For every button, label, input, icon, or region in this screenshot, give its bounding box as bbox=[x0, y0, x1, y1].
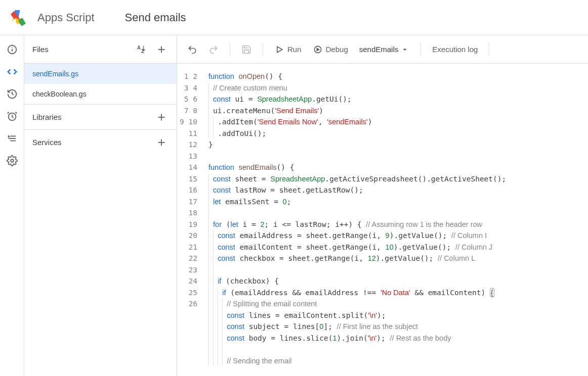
svg-point-3 bbox=[12, 47, 13, 48]
plus-icon bbox=[156, 137, 167, 148]
logo-wrap: Apps Script bbox=[8, 8, 95, 28]
debug-button[interactable]: Debug bbox=[309, 40, 352, 59]
svg-marker-21 bbox=[317, 48, 319, 51]
svg-point-10 bbox=[11, 159, 14, 162]
files-header: Files AZ bbox=[24, 35, 177, 64]
list-icon bbox=[7, 133, 18, 144]
chevron-down-icon bbox=[400, 45, 409, 54]
rail-editor[interactable] bbox=[2, 62, 22, 82]
app-title: Apps Script bbox=[37, 11, 95, 24]
sort-files-button[interactable]: AZ bbox=[132, 40, 150, 59]
svg-line-5 bbox=[7, 112, 9, 114]
project-name[interactable]: Send emails bbox=[125, 11, 186, 24]
editor-area: Run Debug sendEmails Execution log 1 2 3… bbox=[177, 35, 588, 376]
function-select[interactable]: sendEmails bbox=[355, 45, 414, 54]
left-rail bbox=[0, 35, 24, 376]
app-header: Apps Script Send emails bbox=[0, 0, 588, 35]
rail-settings[interactable] bbox=[2, 151, 22, 171]
file-item[interactable]: sendEmails.gs bbox=[24, 64, 177, 84]
code-icon bbox=[7, 66, 18, 77]
file-list: sendEmails.gscheckBoolean.gs bbox=[24, 64, 177, 104]
main: Files AZ sendEmails.gscheckBoolean.gs Li… bbox=[0, 35, 588, 376]
section-label: Libraries bbox=[32, 113, 62, 121]
add-services-button[interactable] bbox=[152, 133, 171, 152]
files-title: Files bbox=[32, 45, 49, 54]
code-content[interactable]: function onOpen() { // Create custom men… bbox=[202, 64, 588, 376]
history-icon bbox=[7, 88, 18, 100]
file-item[interactable]: checkBoolean.gs bbox=[24, 84, 177, 104]
save-button[interactable] bbox=[237, 40, 256, 59]
plus-icon bbox=[156, 112, 167, 123]
redo-button[interactable] bbox=[204, 40, 223, 59]
section-row: Services bbox=[24, 129, 177, 155]
svg-line-6 bbox=[15, 112, 17, 114]
rail-executions[interactable] bbox=[2, 128, 22, 149]
svg-text:A: A bbox=[137, 45, 141, 51]
apps-script-logo-icon bbox=[8, 8, 28, 28]
section-label: Services bbox=[32, 138, 62, 147]
rail-triggers[interactable] bbox=[2, 106, 22, 126]
debug-icon bbox=[313, 44, 323, 55]
rail-overview[interactable] bbox=[2, 39, 22, 60]
sort-az-icon: AZ bbox=[136, 44, 147, 55]
add-file-button[interactable] bbox=[152, 40, 171, 59]
alarm-icon bbox=[7, 111, 18, 122]
divider bbox=[421, 42, 421, 57]
add-libraries-button[interactable] bbox=[152, 108, 171, 126]
redo-icon bbox=[208, 44, 219, 55]
play-icon bbox=[274, 44, 284, 55]
section-row: Libraries bbox=[24, 104, 177, 129]
plus-icon bbox=[156, 44, 167, 55]
save-icon bbox=[241, 44, 251, 55]
undo-button[interactable] bbox=[183, 40, 201, 59]
gear-icon bbox=[7, 155, 18, 166]
line-gutter: 1 2 3 4 5 6 7 8 9 10 11 12 13 14 15 16 1… bbox=[177, 64, 202, 376]
divider bbox=[263, 42, 263, 57]
svg-marker-19 bbox=[277, 46, 282, 53]
code-editor[interactable]: 1 2 3 4 5 6 7 8 9 10 11 12 13 14 15 16 1… bbox=[177, 64, 588, 376]
files-panel: Files AZ sendEmails.gscheckBoolean.gs Li… bbox=[24, 35, 177, 376]
divider bbox=[489, 42, 489, 57]
execution-log-button[interactable]: Execution log bbox=[428, 40, 482, 59]
svg-point-0 bbox=[13, 19, 16, 23]
divider bbox=[230, 42, 230, 57]
info-icon bbox=[7, 44, 18, 55]
rail-history[interactable] bbox=[2, 84, 22, 104]
run-button[interactable]: Run bbox=[270, 40, 306, 59]
editor-toolbar: Run Debug sendEmails Execution log bbox=[177, 35, 588, 64]
undo-icon bbox=[187, 44, 197, 55]
